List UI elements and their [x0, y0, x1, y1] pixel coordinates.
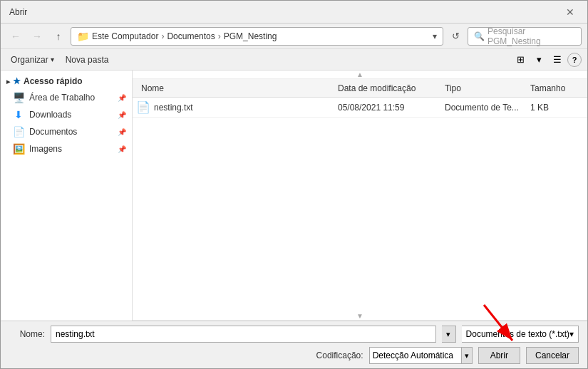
encoding-select[interactable]: Detecção Automática: [369, 347, 462, 364]
help-button[interactable]: ?: [567, 53, 582, 67]
folder-icon: 📁: [77, 31, 89, 42]
new-folder-label: Nova pasta: [66, 55, 109, 65]
breadcrumb-pgm-nesting[interactable]: PGM_Nesting: [224, 31, 277, 41]
scroll-up-indicator[interactable]: ▲: [133, 71, 587, 79]
star-icon: ★: [13, 76, 21, 86]
breadcrumb-dropdown-button[interactable]: ▾: [433, 31, 437, 41]
title-bar: Abrir ✕: [1, 1, 587, 24]
sidebar-item-label-documents: Documentos: [29, 127, 77, 137]
sidebar-item-label-desktop: Área de Trabalho: [29, 93, 95, 103]
forward-button[interactable]: →: [28, 27, 46, 46]
sidebar-item-label-downloads: Downloads: [29, 110, 71, 120]
breadcrumb-sep2: ›: [218, 31, 221, 41]
filename-input[interactable]: [51, 326, 436, 343]
organize-button[interactable]: Organizar ▾: [6, 53, 58, 66]
table-row[interactable]: 📄 nesting.txt 05/08/2021 11:59 Documento…: [133, 98, 587, 118]
desktop-icon: 🖥️: [12, 92, 25, 103]
breadcrumb-bar[interactable]: 📁 Este Computador › Documentos › PGM_Nes…: [71, 27, 443, 46]
sidebar-item-desktop[interactable]: 🖥️ Área de Trabalho 📌: [1, 89, 132, 106]
search-icon: 🔍: [474, 31, 485, 41]
file-icon: 📄: [133, 100, 154, 114]
secondary-toolbar: Organizar ▾ Nova pasta ⊞ ▾ ☰ ?: [1, 49, 587, 71]
empty-content-area: [133, 118, 587, 312]
pin-icon-downloads: 📌: [118, 111, 126, 119]
file-date: 05/08/2021 11:59: [338, 103, 445, 113]
downloads-icon: ⬇: [12, 109, 25, 120]
file-open-dialog: Abrir ✕ ← → ↑ 📁 Este Computador › Docume…: [0, 0, 588, 369]
file-type-dropdown-arrow: ▾: [569, 329, 574, 339]
encoding-value: Detecção Automática: [373, 350, 453, 360]
quick-access-arrow: ▸: [6, 78, 10, 85]
details-pane-button[interactable]: ☰: [549, 51, 566, 68]
cancel-button[interactable]: Cancelar: [526, 347, 579, 364]
quick-access-label: Acesso rápido: [24, 76, 83, 86]
file-type-filter[interactable]: Documentos de texto (*.txt) ▾: [462, 326, 579, 343]
search-placeholder-text: Pesquisar PGM_Nesting: [488, 26, 575, 46]
breadcrumb-este-computador[interactable]: Este Computador: [92, 31, 158, 41]
documents-icon: 📄: [12, 126, 25, 137]
scroll-down-indicator[interactable]: ▼: [133, 312, 587, 321]
content-area: ▲ Nome Data de modificação Tipo Tamanho …: [133, 71, 587, 321]
open-button-label: Abrir: [490, 350, 508, 360]
cancel-button-label: Cancelar: [535, 350, 569, 360]
new-folder-button[interactable]: Nova pasta: [61, 53, 113, 66]
encoding-dropdown-wrapper: Detecção Automática ▾: [369, 347, 473, 364]
organize-label: Organizar: [11, 55, 48, 65]
up-button[interactable]: ↑: [49, 27, 68, 46]
encoding-label: Codificação:: [316, 350, 363, 360]
quick-access-header[interactable]: ▸ ★ Acesso rápido: [1, 73, 132, 89]
file-size: 1 KB: [530, 103, 587, 113]
file-type: Documento de Te...: [445, 103, 530, 113]
search-bar[interactable]: 🔍 Pesquisar PGM_Nesting: [468, 27, 582, 46]
grid-view-button[interactable]: ⊞: [512, 51, 529, 68]
dialog-title: Abrir: [9, 7, 27, 17]
breadcrumb-path: Este Computador › Documentos › PGM_Nesti…: [92, 31, 277, 41]
pin-icon-desktop: 📌: [118, 94, 126, 102]
file-name: nesting.txt: [154, 103, 338, 113]
file-list-header: Nome Data de modificação Tipo Tamanho: [133, 79, 587, 98]
col-header-name[interactable]: Nome: [133, 83, 338, 93]
col-header-type[interactable]: Tipo: [445, 83, 530, 93]
pin-icon-documents: 📌: [118, 128, 126, 136]
breadcrumb-documentos[interactable]: Documentos: [167, 31, 215, 41]
col-header-size[interactable]: Tamanho: [530, 83, 587, 93]
name-label: Nome:: [9, 329, 45, 339]
organize-arrow: ▾: [51, 56, 54, 63]
open-button[interactable]: Abrir: [478, 347, 520, 364]
title-bar-left: Abrir: [9, 7, 27, 17]
sidebar-item-documents[interactable]: 📄 Documentos 📌: [1, 123, 132, 140]
main-area: ▸ ★ Acesso rápido 🖥️ Área de Trabalho 📌 …: [1, 71, 587, 321]
navigation-toolbar: ← → ↑ 📁 Este Computador › Documentos › P…: [1, 24, 587, 49]
encoding-dropdown-button[interactable]: ▾: [462, 347, 473, 364]
pin-icon-images: 📌: [118, 145, 126, 153]
close-button[interactable]: ✕: [562, 4, 579, 21]
filename-type-dropdown[interactable]: ▾: [442, 326, 456, 343]
filename-row: Nome: ▾ Documentos de texto (*.txt) ▾: [9, 326, 579, 343]
sidebar: ▸ ★ Acesso rápido 🖥️ Área de Trabalho 📌 …: [1, 71, 133, 321]
sidebar-item-label-images: Imagens: [29, 144, 62, 154]
col-header-date[interactable]: Data de modificação: [338, 83, 445, 93]
sidebar-item-downloads[interactable]: ⬇ Downloads 📌: [1, 106, 132, 123]
breadcrumb-sep1: ›: [161, 31, 164, 41]
bottom-bar: Nome: ▾ Documentos de texto (*.txt) ▾ Co…: [1, 321, 587, 368]
view-buttons: ⊞ ▾ ☰ ?: [512, 51, 582, 68]
options-row: Codificação: Detecção Automática ▾ Abrir…: [9, 347, 579, 364]
back-button[interactable]: ←: [6, 27, 25, 46]
sidebar-item-images[interactable]: 🖼️ Imagens 📌: [1, 140, 132, 157]
refresh-button[interactable]: ↺: [446, 27, 465, 46]
images-icon: 🖼️: [12, 143, 25, 155]
file-type-value: Documentos de texto (*.txt): [466, 329, 569, 339]
list-view-button[interactable]: ▾: [530, 51, 547, 68]
